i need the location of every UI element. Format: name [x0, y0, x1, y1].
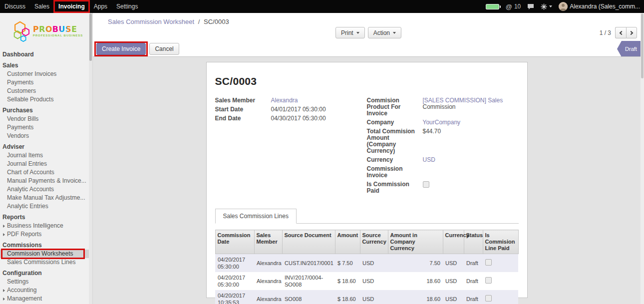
- nav-item-accounting[interactable]: Accounting: [0, 286, 92, 295]
- notebook-tabs: Sales Commission Lines: [215, 209, 519, 224]
- table-row[interactable]: 04/20/2017 10:35:53 Alexandra SO008 $ 18…: [215, 290, 518, 304]
- cell-amount: $ 7.50: [335, 254, 360, 273]
- nav-item-chart-of-accounts[interactable]: Chart of Accounts: [0, 168, 92, 177]
- cell-company-amount: 18.60: [388, 290, 443, 304]
- cell-sales-member: Alexandra: [254, 290, 282, 304]
- top-menu-invoicing[interactable]: Invoicing: [54, 0, 89, 13]
- table-row[interactable]: 04/20/2017 05:30:00 Alexandra CUST.IN/20…: [215, 254, 518, 273]
- header-commission-date[interactable]: Commission Date: [215, 230, 254, 254]
- nav-section-configuration[interactable]: Configuration: [0, 267, 92, 278]
- user-avatar: [559, 2, 568, 11]
- nav-item-vendor-bills[interactable]: Vendor Bills: [0, 115, 92, 123]
- top-menu-apps[interactable]: Apps: [89, 0, 112, 13]
- nav-item-commission-worksheets[interactable]: Commission Worksheets: [0, 250, 92, 258]
- table-header-row: Commission Date Sales Member Source Docu…: [215, 230, 518, 254]
- nav-item-pdf-reports[interactable]: PDF Reports: [0, 230, 92, 239]
- breadcrumb-separator: /: [198, 18, 200, 25]
- cancel-button[interactable]: Cancel: [149, 43, 179, 55]
- commission-product-value[interactable]: [SALES COMMISSION] Sales: [423, 97, 503, 104]
- nav-section-purchases[interactable]: Purchases: [0, 104, 92, 115]
- header-source-currency[interactable]: Source Currency: [360, 230, 388, 254]
- create-invoice-button[interactable]: Create Invoice: [96, 43, 146, 55]
- action-button[interactable]: Action: [368, 27, 401, 38]
- nav-section-reports[interactable]: Reports: [0, 211, 92, 222]
- nav-section-dashboard[interactable]: Dashboard: [0, 48, 92, 59]
- pager-previous-button[interactable]: [615, 27, 626, 38]
- header-amount-company-currency[interactable]: Amount in Company Currency: [388, 230, 443, 254]
- nav-item-analytic-entries[interactable]: Analytic Entries: [0, 202, 92, 211]
- nav-section-sales[interactable]: Sales: [0, 59, 92, 70]
- nav-section-commissions[interactable]: Commissions: [0, 239, 92, 250]
- nav-item-vendors[interactable]: Vendors: [0, 132, 92, 140]
- line-paid-checkbox[interactable]: [485, 259, 492, 266]
- nav-item-manual-payments-invoice[interactable]: Manual Payments & Invoice...: [0, 177, 92, 185]
- cell-sales-member: Alexandra: [254, 272, 282, 290]
- table-row[interactable]: 04/20/2017 05:30:00 Alexandra INV/2017/0…: [215, 272, 518, 290]
- breadcrumb-current: SC/0003: [204, 18, 229, 25]
- breadcrumb-parent-link[interactable]: Sales Commission Worksheet: [108, 18, 194, 25]
- header-status[interactable]: Status: [464, 230, 483, 254]
- chevron-right-icon: [629, 30, 633, 34]
- content-body: SC/0003 Sales Member Alexandra Start Dat…: [93, 57, 644, 304]
- nav-item-customers[interactable]: Customers: [0, 87, 92, 95]
- debug-menu[interactable]: [541, 3, 552, 10]
- scrollbar-thumb[interactable]: [89, 13, 92, 61]
- header-source-document[interactable]: Source Document: [282, 230, 335, 254]
- cell-company-amount: 18.60: [388, 272, 443, 290]
- cell-status: Draft: [464, 254, 483, 273]
- cell-source-document: CUST.IN/2017/0001: [282, 254, 335, 273]
- line-paid-checkbox[interactable]: [485, 277, 492, 284]
- cell-commission-date: 04/20/2017 10:35:53: [215, 290, 254, 304]
- nav-item-journal-entries[interactable]: Journal Entries: [0, 160, 92, 168]
- nav-item-label: Accounting: [7, 287, 36, 294]
- cell-status: Draft: [464, 290, 483, 304]
- company-label: Company: [367, 119, 423, 126]
- caret-down-icon: [393, 32, 396, 34]
- field-column-right: Commision Product For Invoice [SALES COM…: [367, 97, 519, 197]
- main-scrollbar[interactable]: [641, 13, 644, 304]
- commission-lines-table: Commission Date Sales Member Source Docu…: [215, 230, 519, 304]
- nav-item-analytic-accounts[interactable]: Analytic Accounts: [0, 185, 92, 194]
- nav-section-adviser[interactable]: Adviser: [0, 140, 92, 151]
- header-currency[interactable]: Currency: [443, 230, 464, 254]
- main-content: Sales Commission Worksheet / SC/0003 Pri…: [93, 13, 644, 304]
- user-menu[interactable]: Alexandra (Sales_comm...: [559, 2, 640, 11]
- nav-item-payments-sales[interactable]: Payments: [0, 78, 92, 87]
- nav-item-payments-purchases[interactable]: Payments: [0, 123, 92, 132]
- expand-arrow-icon: [3, 233, 5, 236]
- top-menu-sales[interactable]: Sales: [30, 0, 54, 13]
- sales-member-value[interactable]: Alexandra: [271, 97, 298, 104]
- pager-next-button[interactable]: [626, 27, 637, 38]
- scrollbar-thumb[interactable]: [641, 13, 644, 78]
- messages-menu[interactable]: [527, 3, 534, 10]
- chevron-left-icon: [619, 30, 623, 34]
- cell-source-currency: USD: [360, 272, 388, 290]
- currency-value[interactable]: USD: [423, 157, 435, 163]
- header-sales-member[interactable]: Sales Member: [254, 230, 282, 254]
- nav-item-sellable-products[interactable]: Sellable Products: [0, 95, 92, 104]
- nav-item-journal-items[interactable]: Journal Items: [0, 151, 92, 160]
- nav-item-make-manual-tax-adjustment[interactable]: Make Manual Tax Adjustme...: [0, 194, 92, 202]
- company-value[interactable]: YourCompany: [423, 119, 461, 126]
- line-paid-checkbox[interactable]: [485, 295, 492, 302]
- top-menu-discuss[interactable]: Discuss: [0, 0, 30, 13]
- pager-buttons: [615, 27, 637, 38]
- nav-item-business-intelligence[interactable]: Business Intelligence: [0, 222, 92, 230]
- nav-item-sales-commissions-lines[interactable]: Sales Commissions Lines: [0, 258, 92, 267]
- is-commission-paid-checkbox[interactable]: [423, 181, 429, 188]
- activity-menu[interactable]: @ 10: [506, 3, 521, 10]
- header-line-paid[interactable]: Is Commision Line Paid: [483, 230, 518, 254]
- pager-count: 1 / 3: [600, 29, 611, 36]
- nav-item-settings[interactable]: Settings: [0, 278, 92, 286]
- probuse-logo: PROBUSE PROFESSIONAL BUSINESS: [0, 13, 92, 47]
- sidebar-nav: Dashboard Sales Customer Invoices Paymen…: [0, 47, 92, 303]
- header-amount[interactable]: Amount: [335, 230, 360, 254]
- user-name: Alexandra (Sales_comm...: [570, 3, 640, 10]
- top-menu-settings[interactable]: Settings: [112, 0, 142, 13]
- print-button[interactable]: Print: [335, 27, 365, 38]
- tab-sales-commission-lines[interactable]: Sales Commission Lines: [215, 209, 297, 224]
- sidebar-scrollbar[interactable]: [89, 13, 92, 304]
- statusbar: Create Invoice Cancel Draft: [93, 41, 644, 57]
- nav-item-customer-invoices[interactable]: Customer Invoices: [0, 70, 92, 78]
- nav-item-management[interactable]: Management: [0, 295, 92, 303]
